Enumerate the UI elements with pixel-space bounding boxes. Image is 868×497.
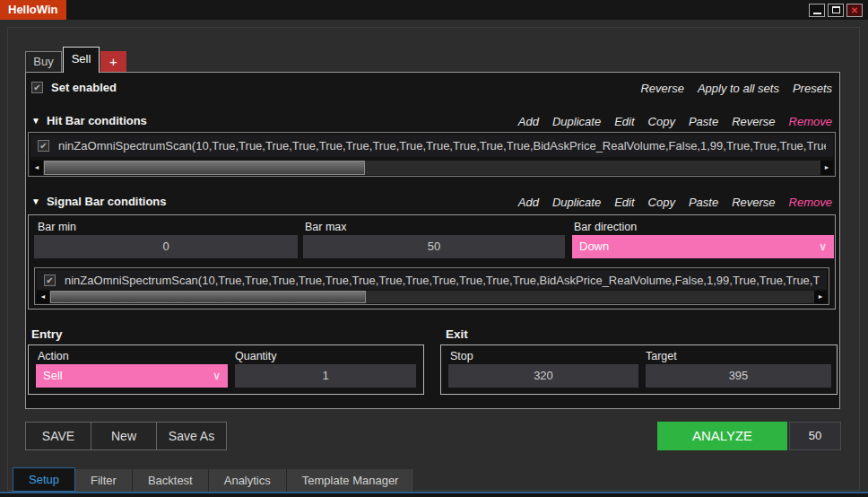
hit-bar-links: Add Duplicate Edit Copy Paste Reverse Re…	[518, 115, 832, 128]
set-enabled-row: ✔ Set enabled	[31, 81, 117, 94]
target-input[interactable]: 395	[646, 364, 831, 388]
bar-min-label: Bar min	[38, 221, 76, 233]
hit-bar-condition-list: ✔ ninZaOmniSpectrumScan(10,True,True,Tru…	[28, 132, 836, 177]
app-title: HelloWin	[0, 0, 66, 20]
tab-buy[interactable]: Buy	[25, 51, 62, 73]
signal-bar-groupbox: Bar min Bar max Bar direction 0 50 Down …	[28, 214, 836, 310]
chevron-down-icon: ∨	[213, 364, 221, 388]
scroll-left-icon[interactable]: ◄	[30, 161, 43, 175]
bar-max-input[interactable]: 50	[303, 235, 565, 258]
tab-sell[interactable]: Sell	[63, 47, 100, 73]
link-reverse[interactable]: Reverse	[732, 115, 775, 128]
signal-bar-header: ▼ Signal Bar conditions	[31, 195, 167, 208]
maximize-button[interactable]	[828, 4, 844, 17]
stop-input[interactable]: 320	[448, 364, 638, 388]
maximize-icon	[832, 6, 840, 13]
set-links: Reverse Apply to all sets Presets	[640, 82, 832, 95]
tab-analytics[interactable]: Analytics	[209, 469, 287, 492]
close-icon: ✕	[851, 5, 858, 15]
set-enabled-checkbox[interactable]: ✔	[31, 82, 43, 93]
signal-bar-condition-list: ✔ ninZaOmniSpectrumScan(10,True,True,Tru…	[34, 267, 829, 305]
link-duplicate[interactable]: Duplicate	[552, 196, 601, 209]
quantity-label: Quantity	[235, 350, 277, 362]
action-value: Sell	[43, 369, 63, 382]
signal-bar-links: Add Duplicate Edit Copy Paste Reverse Re…	[518, 196, 832, 209]
link-apply-to-all-sets[interactable]: Apply to all sets	[698, 82, 779, 95]
bar-direction-label: Bar direction	[574, 221, 637, 233]
condition-text: ninZaOmniSpectrumScan(10,True,True,True,…	[65, 274, 820, 287]
link-remove[interactable]: Remove	[789, 196, 832, 209]
bar-max-label: Bar max	[305, 221, 347, 233]
condition-text: ninZaOmniSpectrumScan(10,True,True,True,…	[58, 139, 826, 153]
entry-groupbox: Action Quantity Sell ∨ 1	[28, 344, 424, 395]
link-duplicate[interactable]: Duplicate	[552, 115, 601, 128]
condition-checkbox[interactable]: ✔	[38, 140, 49, 152]
scroll-right-icon[interactable]: ►	[820, 161, 833, 175]
link-remove[interactable]: Remove	[789, 115, 832, 128]
collapse-icon[interactable]: ▼	[31, 196, 40, 206]
hit-bar-scrollbar[interactable]: ◄ ►	[30, 161, 833, 175]
exit-groupbox: Stop Target 320 395	[440, 344, 838, 395]
signal-bar-title: Signal Bar conditions	[47, 195, 167, 208]
link-reverse-set[interactable]: Reverse	[640, 82, 683, 95]
exit-title: Exit	[446, 327, 468, 341]
bar-direction-select[interactable]: Down ∨	[572, 235, 834, 258]
condition-checkbox[interactable]: ✔	[44, 275, 56, 286]
action-label: Action	[38, 350, 69, 362]
signal-bar-condition-row[interactable]: ✔ ninZaOmniSpectrumScan(10,True,True,Tru…	[37, 270, 827, 290]
hit-bar-condition-row[interactable]: ✔ ninZaOmniSpectrumScan(10,True,True,Tru…	[30, 135, 833, 157]
analyze-button[interactable]: ANALYZE	[657, 422, 787, 450]
link-edit[interactable]: Edit	[614, 196, 634, 209]
link-add[interactable]: Add	[518, 196, 539, 209]
target-label: Target	[646, 350, 677, 362]
tab-template-manager[interactable]: Template Manager	[287, 469, 415, 492]
tab-filter[interactable]: Filter	[75, 469, 133, 492]
scroll-right-icon[interactable]: ►	[814, 291, 827, 303]
set-enabled-label: Set enabled	[51, 81, 117, 94]
save-button[interactable]: SAVE	[25, 422, 91, 450]
hit-bar-header: ▼ Hit Bar conditions	[31, 114, 147, 127]
set-panel: ✔ Set enabled Reverse Apply to all sets …	[25, 72, 840, 409]
scrollbar-thumb[interactable]	[44, 161, 365, 175]
collapse-icon[interactable]: ▼	[31, 116, 40, 126]
bottom-fill	[0, 493, 868, 497]
scrollbar-thumb[interactable]	[50, 291, 366, 303]
action-select[interactable]: Sell ∨	[36, 364, 228, 388]
link-presets[interactable]: Presets	[793, 82, 832, 95]
stop-label: Stop	[450, 350, 473, 362]
link-reverse[interactable]: Reverse	[732, 196, 775, 209]
bottom-tab-strip: Setup Filter Backtest Analytics Template…	[13, 469, 414, 492]
new-button[interactable]: New	[91, 422, 157, 450]
check-icon: ✔	[33, 83, 40, 92]
hit-bar-title: Hit Bar conditions	[47, 114, 147, 127]
link-edit[interactable]: Edit	[614, 115, 634, 128]
signal-bar-scrollbar[interactable]: ◄ ►	[37, 291, 827, 303]
minimize-button[interactable]	[809, 4, 825, 17]
analyze-bars-input[interactable]: 50	[789, 422, 841, 450]
link-add[interactable]: Add	[518, 115, 539, 128]
minimize-icon	[813, 13, 821, 14]
link-paste[interactable]: Paste	[689, 115, 718, 128]
link-copy[interactable]: Copy	[648, 115, 675, 128]
link-copy[interactable]: Copy	[648, 196, 675, 209]
close-button[interactable]: ✕	[846, 4, 863, 17]
tab-setup[interactable]: Setup	[13, 467, 75, 492]
link-paste[interactable]: Paste	[689, 196, 718, 209]
check-icon: ✔	[39, 141, 47, 151]
quantity-input[interactable]: 1	[235, 364, 416, 388]
entry-title: Entry	[31, 327, 63, 341]
check-icon: ✔	[46, 275, 53, 285]
chevron-down-icon: ∨	[819, 235, 827, 258]
bar-direction-value: Down	[579, 240, 609, 253]
tab-backtest[interactable]: Backtest	[133, 469, 209, 492]
title-bar: HelloWin ✕	[0, 0, 868, 20]
scroll-left-icon[interactable]: ◄	[37, 291, 49, 303]
save-as-button[interactable]: Save As	[156, 422, 227, 450]
bar-min-input[interactable]: 0	[34, 235, 298, 258]
add-set-tab-button[interactable]: +	[100, 51, 126, 73]
